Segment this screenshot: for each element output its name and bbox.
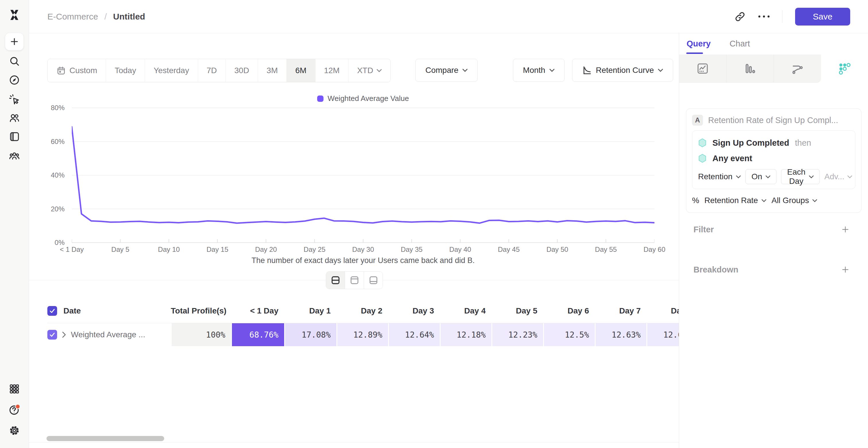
mixpanel-logo[interactable] bbox=[8, 9, 21, 21]
bottom-divider bbox=[29, 442, 679, 443]
column-header[interactable]: Day 6 bbox=[543, 306, 595, 315]
table-header-left: Date bbox=[48, 306, 171, 316]
users-icon[interactable] bbox=[8, 112, 20, 124]
flows-icon bbox=[791, 62, 804, 75]
chevron-down-icon bbox=[736, 175, 741, 178]
retention-controls-row: Retention On Each Day Adv... bbox=[698, 169, 849, 184]
column-header[interactable]: Total Profile(s) bbox=[171, 306, 231, 315]
measure-row: % Retention Rate All Groups bbox=[692, 194, 856, 207]
table-focus-icon bbox=[368, 275, 379, 285]
range-3m[interactable]: 3M bbox=[258, 59, 287, 82]
groups-dropdown[interactable]: All Groups bbox=[772, 196, 817, 205]
table-header-row: Date Total Profile(s)< 1 DayDay 1Day 2Da… bbox=[48, 301, 698, 321]
chevron-down-icon bbox=[658, 69, 663, 72]
range-today[interactable]: Today bbox=[106, 59, 145, 82]
report-title[interactable]: Untitled bbox=[113, 12, 145, 22]
expand-row-chevron[interactable] bbox=[62, 331, 66, 338]
first-event-row[interactable]: Sign Up Completed then bbox=[698, 137, 849, 149]
add-filter-button[interactable] bbox=[841, 225, 850, 234]
range-30d[interactable]: 30D bbox=[226, 59, 258, 82]
ellipsis-icon bbox=[758, 15, 770, 18]
tab-query[interactable]: Query bbox=[687, 39, 711, 48]
column-header[interactable]: Day 3 bbox=[388, 306, 440, 315]
help-icon[interactable] bbox=[8, 404, 20, 416]
column-header[interactable]: Day 7 bbox=[595, 306, 646, 315]
cursor-spark-icon[interactable] bbox=[8, 93, 20, 105]
chart-type-insights[interactable] bbox=[679, 55, 726, 82]
compass-icon[interactable] bbox=[8, 74, 20, 86]
breadcrumb-separator: / bbox=[104, 12, 107, 22]
layout-chart-button[interactable] bbox=[345, 272, 364, 289]
column-header[interactable]: < 1 Day bbox=[231, 306, 284, 315]
toolbar-right: Month Retention Curve bbox=[513, 59, 673, 82]
layout-table-button[interactable] bbox=[364, 272, 383, 289]
cohorts-icon[interactable] bbox=[8, 150, 20, 162]
range-6m[interactable]: 6M bbox=[287, 59, 315, 82]
search-icon[interactable] bbox=[8, 55, 20, 67]
series-badge[interactable]: A bbox=[692, 115, 703, 126]
retention-type-dropdown[interactable]: Retention bbox=[698, 172, 741, 181]
measure-dropdown[interactable]: Retention Rate bbox=[704, 196, 766, 205]
column-header[interactable]: Day 4 bbox=[440, 306, 491, 315]
breakdown-label: Breakdown bbox=[693, 265, 738, 274]
chart-legend[interactable]: Weighted Average Value bbox=[72, 94, 654, 103]
breadcrumb-project[interactable]: E-Commerce bbox=[48, 12, 98, 22]
column-header[interactable]: Day 2 bbox=[336, 306, 388, 315]
table-cell: 68.76% bbox=[231, 323, 284, 346]
top-actions: Save bbox=[734, 0, 850, 33]
range-yesterday[interactable]: Yesterday bbox=[145, 59, 198, 82]
range-xtd[interactable]: XTD bbox=[348, 59, 391, 82]
range-12m[interactable]: 12M bbox=[315, 59, 348, 82]
chevron-down-icon bbox=[766, 175, 770, 178]
layout-split-button[interactable] bbox=[326, 272, 345, 289]
range-7d[interactable]: 7D bbox=[198, 59, 226, 82]
advanced-dropdown[interactable]: Adv... bbox=[825, 172, 852, 181]
chart-type-retention[interactable] bbox=[821, 55, 868, 82]
horizontal-scrollbar[interactable] bbox=[46, 436, 164, 441]
save-button[interactable]: Save bbox=[795, 8, 850, 26]
advanced-label: Adv... bbox=[825, 172, 844, 181]
first-event-name: Sign Up Completed bbox=[712, 138, 789, 148]
plus-icon bbox=[841, 265, 850, 274]
tab-chart[interactable]: Chart bbox=[730, 39, 750, 48]
table-cell: 12.23% bbox=[491, 323, 543, 346]
column-header[interactable]: Day 5 bbox=[491, 306, 543, 315]
chevron-down-icon bbox=[549, 69, 555, 72]
calendar-icon bbox=[56, 66, 66, 75]
breadcrumb: E-Commerce / Untitled bbox=[48, 0, 145, 33]
compare-button[interactable]: Compare bbox=[415, 59, 477, 82]
retention-type-label: Retention bbox=[698, 172, 733, 181]
retention-line-chart[interactable] bbox=[72, 108, 654, 243]
row-checkbox[interactable] bbox=[48, 330, 57, 340]
split-view-icon bbox=[330, 275, 341, 285]
select-all-checkbox[interactable] bbox=[48, 306, 57, 316]
series-title[interactable]: Retention Rate of Sign Up Compl... bbox=[708, 115, 838, 125]
granularity-label: Month bbox=[523, 66, 546, 75]
column-header[interactable]: Day 1 bbox=[284, 306, 336, 315]
range-custom[interactable]: Custom bbox=[48, 59, 106, 82]
copy-link-button[interactable] bbox=[734, 11, 746, 22]
returning-event-row[interactable]: Any event bbox=[698, 152, 849, 165]
table-cell: 17.08% bbox=[284, 323, 336, 346]
granularity-button[interactable]: Month bbox=[513, 59, 565, 82]
chevron-down-icon bbox=[847, 175, 852, 178]
row-name[interactable]: Weighted Average ... bbox=[71, 330, 145, 339]
percent-sign: % bbox=[692, 196, 699, 205]
on-dropdown[interactable]: On bbox=[745, 169, 776, 184]
active-tab-underline bbox=[686, 53, 703, 54]
check-icon bbox=[49, 331, 56, 338]
column-header-date[interactable]: Date bbox=[63, 306, 81, 315]
settings-gear-icon[interactable] bbox=[8, 424, 20, 437]
x-axis-label: < 1 Day bbox=[60, 245, 84, 253]
x-axis-label: Day 10 bbox=[158, 245, 180, 253]
chart-type-flows[interactable] bbox=[774, 55, 821, 82]
x-axis-label: Day 20 bbox=[255, 245, 277, 253]
board-icon[interactable] bbox=[8, 131, 20, 143]
interval-dropdown[interactable]: Each Day bbox=[781, 169, 820, 184]
apps-grid-icon[interactable] bbox=[8, 383, 20, 395]
chart-type-funnels[interactable] bbox=[726, 55, 774, 82]
chart-view-button[interactable]: Retention Curve bbox=[572, 59, 673, 82]
create-button[interactable] bbox=[5, 33, 24, 50]
add-breakdown-button[interactable] bbox=[841, 265, 850, 274]
more-options-button[interactable] bbox=[758, 15, 770, 18]
